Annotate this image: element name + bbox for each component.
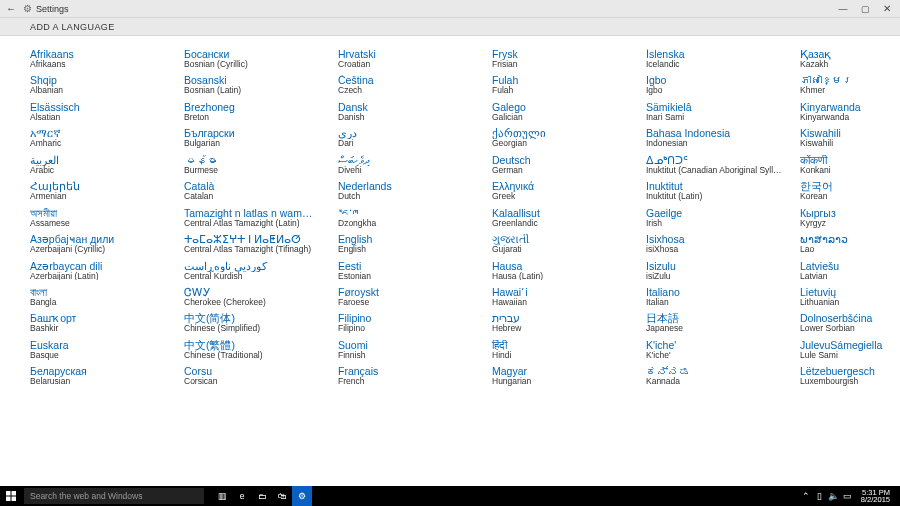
language-item[interactable]: বাংলাBangla [30,286,166,309]
language-item[interactable]: မြန်မာBurmese [184,154,320,177]
language-item[interactable]: LatviešuLatvian [800,260,900,283]
language-item[interactable]: KalaallisutGreenlandic [492,207,628,230]
language-item[interactable]: DolnoserbšćinaLower Sorbian [800,312,900,335]
language-item[interactable]: BosanskiBosnian (Latin) [184,74,320,97]
language-item[interactable]: درىDari [338,127,474,150]
language-item[interactable]: FrançaisFrench [338,365,474,388]
language-item[interactable]: БеларускаяBelarusian [30,365,166,388]
language-item[interactable]: ភាសាខ្មែរKhmer [800,74,900,97]
language-item[interactable]: অসমীয়াAssamese [30,207,166,230]
taskbar-search-input[interactable] [24,488,204,504]
language-item[interactable]: SämikielâInari Sami [646,101,782,124]
language-item[interactable]: IsixhosaisiXhosa [646,233,782,256]
language-item[interactable]: InuktitutInuktitut (Latin) [646,180,782,203]
language-item[interactable]: ᐃᓄᒃᑎᑐᑦInuktitut (Canadian Aboriginal Syl… [646,154,782,177]
tray-action-center-icon[interactable]: ▭ [841,491,855,501]
language-item[interactable]: ČeštinaCzech [338,74,474,97]
svg-rect-3 [12,497,17,502]
language-item[interactable]: CatalàCatalan [184,180,320,203]
language-item[interactable]: 中文(简体)Chinese (Simplified) [184,312,320,335]
language-item[interactable]: HausaHausa (Latin) [492,260,628,283]
language-item[interactable]: GaeilgeIrish [646,207,782,230]
language-native-name: Isixhosa [646,234,782,245]
language-item[interactable]: ΕλληνικάGreek [492,180,628,203]
language-item[interactable]: ᏣᎳᎩCherokee (Cherokee) [184,286,320,309]
language-item[interactable]: Bahasa IndonesiaIndonesian [646,127,782,150]
language-item[interactable]: БосанскиBosnian (Cyrillic) [184,48,320,71]
language-item[interactable]: አማርኛAmharic [30,127,166,150]
language-item[interactable]: ພາສາລາວLao [800,233,900,256]
language-item[interactable]: КыргызKyrgyz [800,207,900,230]
language-english-name: Gujarati [492,245,628,254]
taskbar-clock[interactable]: 5:31 PM 8/2/2015 [855,489,894,504]
language-item[interactable]: DeutschGerman [492,154,628,177]
language-item[interactable]: ElsässischAlsatian [30,101,166,124]
language-item[interactable]: 한국어Korean [800,180,900,203]
maximize-button[interactable]: ▢ [854,4,876,14]
language-item[interactable]: FulahFulah [492,74,628,97]
language-item[interactable]: GalegoGalician [492,101,628,124]
language-item[interactable]: Азәрбајҹан дилиAzerbaijani (Cyrillic) [30,233,166,256]
language-item[interactable]: Azərbaycan diliAzerbaijani (Latin) [30,260,166,283]
language-item[interactable]: SuomiFinnish [338,339,474,362]
language-item[interactable]: KinyarwandaKinyarwanda [800,101,900,124]
language-item[interactable]: ShqipAlbanian [30,74,166,97]
store-icon[interactable]: 🛍 [272,486,292,506]
language-item[interactable]: FøroysktFaroese [338,286,474,309]
language-item[interactable]: LëtzebuergeschLuxembourgish [800,365,900,388]
tray-overflow-icon[interactable]: ⌃ [799,491,813,501]
language-item[interactable]: NederlandsDutch [338,180,474,203]
language-item[interactable]: हिंदीHindi [492,339,628,362]
language-english-name: Afrikaans [30,60,166,69]
language-item[interactable]: AfrikaansAfrikaans [30,48,166,71]
language-item[interactable]: کوردیی ناوەڕاستCentral Kurdish [184,260,320,283]
language-item[interactable]: IsizuluisiZulu [646,260,782,283]
language-item[interactable]: ગુજરાતીGujarati [492,233,628,256]
tray-sound-icon[interactable]: 🔈 [827,491,841,501]
language-item[interactable]: MagyarHungarian [492,365,628,388]
language-item[interactable]: 中文(繁體)Chinese (Traditional) [184,339,320,362]
language-item[interactable]: EestiEstonian [338,260,474,283]
settings-app-icon[interactable]: ⚙ [292,486,312,506]
close-button[interactable]: ✕ [876,3,898,14]
language-item[interactable]: БългарскиBulgarian [184,127,320,150]
minimize-button[interactable]: — [832,4,854,14]
language-item[interactable]: K'iche'K'iche' [646,339,782,362]
language-item[interactable]: JulevuSámegiellaLule Sami [800,339,900,362]
language-item[interactable]: कोंकणीKonkani [800,154,900,177]
language-item[interactable]: LietuviųLithuanian [800,286,900,309]
tray-network-icon[interactable]: ▯ [813,491,827,501]
language-item[interactable]: ҚазақKazakh [800,48,900,71]
language-item[interactable]: EuskaraBasque [30,339,166,362]
language-item[interactable]: IgboIgbo [646,74,782,97]
language-item[interactable]: HrvatskiCroatian [338,48,474,71]
file-explorer-icon[interactable]: 🗀 [252,486,272,506]
language-item[interactable]: ÍslenskaIcelandic [646,48,782,71]
language-item[interactable]: FryskFrisian [492,48,628,71]
language-item[interactable]: Tamazight n latlas n wamm…Central Atlas … [184,207,320,230]
back-button[interactable]: ← [2,3,20,14]
language-item[interactable]: ItalianoItalian [646,286,782,309]
language-item[interactable]: BrezhonegBreton [184,101,320,124]
language-item[interactable]: العربيةArabic [30,154,166,177]
task-view-icon[interactable]: ▥ [212,486,232,506]
language-item[interactable]: ქართულიGeorgian [492,127,628,150]
language-item[interactable]: FilipinoFilipino [338,312,474,335]
language-item[interactable]: БашҡортBashkir [30,312,166,335]
language-item[interactable]: עבריתHebrew [492,312,628,335]
language-english-name: Italian [646,298,782,307]
language-item[interactable]: HawaiʻiHawaiian [492,286,628,309]
language-item[interactable]: ދިވެހިބަސްDivehi [338,154,474,177]
language-item[interactable]: KiswahiliKiswahili [800,127,900,150]
language-english-name: Albanian [30,86,166,95]
language-item[interactable]: EnglishEnglish [338,233,474,256]
language-item[interactable]: 日本語Japanese [646,312,782,335]
language-item[interactable]: རྫོང་ཁDzongkha [338,207,474,230]
edge-icon[interactable]: e [232,486,252,506]
start-button[interactable] [0,486,22,506]
language-item[interactable]: DanskDanish [338,101,474,124]
language-item[interactable]: ⵜⴰⵎⴰⵣⵉⵖⵜ ⵏ ⵍⴰⵟⵍⴰⵚCentral Atlas Tamazight… [184,233,320,256]
language-item[interactable]: ՀայերենArmenian [30,180,166,203]
language-item[interactable]: CorsuCorsican [184,365,320,388]
language-item[interactable]: ಕನ್ನಡKannada [646,365,782,388]
